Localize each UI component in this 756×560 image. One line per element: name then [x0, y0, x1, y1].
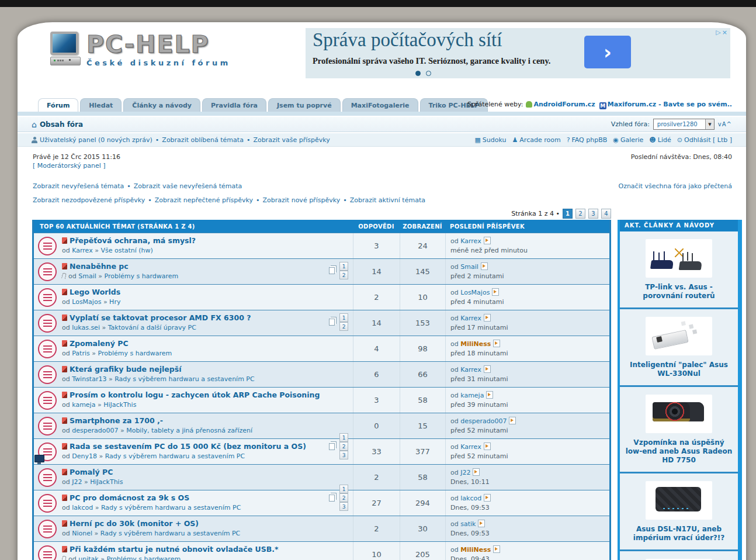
- forum-link[interactable]: Vše ostatní (hw): [100, 247, 152, 254]
- author-link[interactable]: Smail: [78, 272, 96, 280]
- author-link[interactable]: lakcod: [72, 504, 93, 511]
- forum-link[interactable]: Taktování a další úpravy PC: [108, 324, 196, 331]
- last-poster-link[interactable]: J22: [460, 469, 470, 476]
- author-link[interactable]: Nionel: [72, 530, 92, 537]
- nav-tab[interactable]: MaxiFotogalerie: [342, 98, 418, 112]
- friendly-site-link[interactable]: Maxiforum.cz - Bavte se po svém..: [608, 101, 732, 108]
- author-link[interactable]: J22: [72, 478, 82, 486]
- pagination-page[interactable]: 2: [575, 209, 585, 219]
- forum-link[interactable]: Rady s výběrem hardwaru a sestavením PC: [115, 375, 255, 383]
- userbar-right-link[interactable]: ▦Sudoku: [474, 136, 506, 144]
- author-link[interactable]: desperado007: [72, 427, 118, 434]
- forum-link[interactable]: Mobily, tablety a jiná přenosná zařízení: [126, 427, 252, 434]
- article-card[interactable]: Inteligentní "palec" Asus WL-330Nul: [620, 309, 738, 387]
- goto-last-post-icon[interactable]: [484, 365, 491, 373]
- nav-tab[interactable]: Hledat: [80, 98, 122, 112]
- topic-title-link[interactable]: Smartphone za 1700 ,-: [70, 416, 163, 425]
- page-number-link[interactable]: 1: [339, 262, 348, 271]
- article-title[interactable]: TP-link vs. Asus - porovnání routerů: [625, 283, 733, 300]
- article-title[interactable]: Vzpomínka na úspěšný low-end aneb Asus R…: [625, 438, 733, 465]
- last-poster-link[interactable]: Karrex: [460, 366, 481, 374]
- pagination-page[interactable]: 3: [588, 209, 598, 219]
- nav-tab[interactable]: Jsem tu poprvé: [268, 98, 341, 112]
- quicklink[interactable]: Zobrazit nové příspěvky: [263, 196, 341, 204]
- topic-title-link[interactable]: PC pro domácnost za 9k s OS: [70, 493, 189, 502]
- goto-last-post-icon[interactable]: [484, 443, 491, 450]
- article-card[interactable]: Asus DSL-N17U, aneb impérium vrací úder?…: [620, 473, 738, 551]
- goto-last-post-icon[interactable]: [493, 545, 500, 553]
- goto-last-post-icon[interactable]: [484, 494, 491, 502]
- last-poster-link[interactable]: MiliNess: [460, 340, 491, 348]
- goto-last-post-icon[interactable]: [473, 468, 480, 476]
- topic-title-link[interactable]: Která grafiky bude nejlepší: [70, 365, 181, 374]
- page-number-link[interactable]: 1: [339, 485, 348, 493]
- topic-title-link[interactable]: Pomalý PC: [70, 468, 113, 476]
- page-number-link[interactable]: 2: [339, 442, 348, 451]
- quicklink[interactable]: Zobrazit nezodpovězené příspěvky: [33, 196, 145, 204]
- goto-last-post-icon[interactable]: [493, 340, 500, 347]
- breadcrumb[interactable]: Obsah fóra: [40, 120, 83, 129]
- forum-link[interactable]: HiJackThis: [90, 478, 123, 486]
- author-link[interactable]: lukas.sei: [72, 324, 100, 331]
- adchoices-icon[interactable]: ▷: [716, 29, 722, 36]
- goto-last-post-icon[interactable]: [484, 237, 491, 244]
- topic-title-link[interactable]: Vyplatí se taktovat procesor AMD FX 6300…: [70, 313, 251, 322]
- page-number-link[interactable]: 1: [339, 433, 348, 442]
- article-card[interactable]: Vzpomínka na úspěšný low-end aneb Asus R…: [620, 387, 738, 473]
- carousel-dot[interactable]: [426, 71, 431, 76]
- last-poster-link[interactable]: desperado007: [460, 417, 507, 425]
- ad-carousel-dots[interactable]: [415, 71, 431, 76]
- userbar-right-link[interactable]: ♟Arcade room: [512, 136, 560, 144]
- author-link[interactable]: Twinstar13: [72, 375, 106, 383]
- pagination-page[interactable]: 1: [563, 209, 573, 219]
- last-poster-link[interactable]: Karrex: [460, 237, 481, 245]
- font-size-tool[interactable]: vA^: [718, 121, 732, 127]
- forum-link[interactable]: Rady s výběrem hardwaru a sestavením PC: [101, 504, 241, 511]
- last-poster-link[interactable]: satik: [460, 520, 476, 528]
- author-link[interactable]: LosMajos: [72, 298, 101, 306]
- goto-last-post-icon[interactable]: [484, 314, 491, 322]
- userbar-right-link[interactable]: ?FAQ phpBB: [567, 136, 608, 144]
- page-number-link[interactable]: 2: [339, 271, 348, 279]
- goto-last-post-icon[interactable]: [478, 520, 485, 527]
- article-card[interactable]: TP-link vs. Asus - porovnání routerů: [620, 231, 738, 309]
- last-poster-link[interactable]: Karrex: [460, 314, 481, 322]
- last-poster-link[interactable]: Karrex: [460, 443, 481, 451]
- home-icon[interactable]: ⌂: [32, 120, 37, 129]
- site-logo[interactable]: PC-HELP České diskuzní fórum: [50, 32, 231, 68]
- author-link[interactable]: unitak: [78, 555, 98, 560]
- ad-next-button[interactable]: ›: [584, 36, 631, 68]
- ad-banner[interactable]: Správa počítačových sítí Profesionální s…: [306, 28, 730, 78]
- forum-link[interactable]: Rady s výběrem hardwaru a sestavením PC: [100, 530, 241, 537]
- topic-title-link[interactable]: Při každém startu je nutné obnovit ovlad…: [70, 545, 278, 554]
- topic-title-link[interactable]: Nenaběhne pc: [70, 262, 129, 271]
- last-poster-link[interactable]: kameja: [460, 392, 484, 399]
- forum-link[interactable]: Rady s výběrem hardwaru a sestavením PC: [105, 452, 245, 460]
- forum-link[interactable]: Problémy s hardwarem: [98, 350, 172, 357]
- author-link[interactable]: Deny18: [72, 452, 97, 460]
- ad-close-icon[interactable]: ×: [722, 29, 729, 36]
- carousel-dot[interactable]: [415, 71, 421, 76]
- forum-link[interactable]: Problémy s hardwarem: [106, 555, 181, 560]
- forum-link[interactable]: Problémy s hardwarem: [105, 272, 179, 280]
- article-card[interactable]: PC-HELP České diskuzní fórum: [620, 551, 738, 560]
- author-link[interactable]: kameja: [72, 401, 95, 409]
- quicklink[interactable]: Zobrazit vaše nevyřešená témata: [134, 182, 242, 190]
- page-number-link[interactable]: 2: [339, 493, 348, 502]
- adchoices-icons[interactable]: ▷×: [716, 29, 729, 36]
- author-link[interactable]: Patris: [72, 350, 90, 357]
- mark-read-link[interactable]: Označit všechna fóra jako přečtená: [618, 182, 732, 190]
- last-poster-link[interactable]: MiliNess: [460, 546, 491, 554]
- article-title[interactable]: Asus DSL-N17U, aneb impérium vrací úder?…: [625, 525, 733, 542]
- last-poster-link[interactable]: LosMajos: [460, 289, 490, 296]
- userbar-right-link[interactable]: ⊙Odhlásit [ Ltb ]: [677, 136, 732, 144]
- forum-link[interactable]: HiJackThis: [103, 401, 136, 409]
- topic-title-link[interactable]: Přepěťová ochrana, má smysl?: [70, 236, 196, 245]
- topic-title-link[interactable]: Prosím o kontrolu logu - zachycen útok A…: [70, 390, 320, 399]
- userbar-left-link[interactable]: Zobrazit oblíbená témata: [162, 136, 244, 144]
- topic-title-link[interactable]: Lego Worlds: [70, 288, 120, 296]
- page-number-link[interactable]: 1: [339, 313, 348, 322]
- goto-last-post-icon[interactable]: [509, 417, 516, 424]
- goto-last-post-icon[interactable]: [492, 288, 499, 296]
- friendly-site-link[interactable]: AndroidForum.cz: [533, 101, 595, 108]
